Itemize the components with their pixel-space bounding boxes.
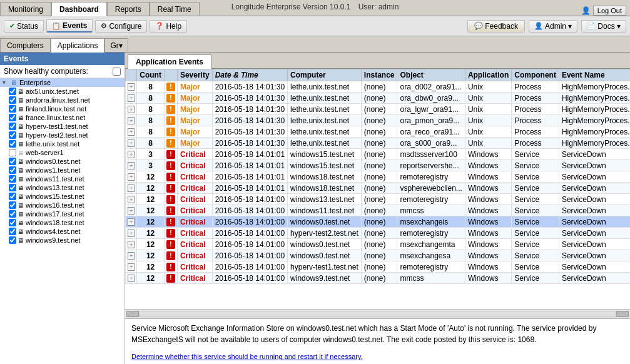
- tree-item-enterprise[interactable]: ▼ 🖥 Enterprise: [0, 78, 124, 87]
- checkbox-windows11[interactable]: [9, 175, 16, 183]
- tree-item-windows15[interactable]: 🖥 windows15.test.net: [0, 192, 124, 201]
- table-row[interactable]: + 12 ! Critical 2016-05-18 14:01:00 wind…: [126, 194, 631, 205]
- tree-item-andorra[interactable]: 🖥 andorra.linux.test.net: [0, 96, 124, 104]
- tab-realtime[interactable]: Real Time: [150, 2, 200, 16]
- checkbox-windows1[interactable]: [9, 166, 16, 174]
- tree-item-web-server1[interactable]: 🖥 web-server1: [0, 148, 124, 157]
- table-row[interactable]: + 8 ! Major 2016-05-18 14:01:30 lethe.un…: [126, 138, 631, 149]
- expand-btn[interactable]: +: [126, 81, 137, 93]
- table-row[interactable]: + 8 ! Major 2016-05-18 14:01:30 lethe.un…: [126, 104, 631, 115]
- tab-groups[interactable]: Gr▾: [104, 38, 128, 52]
- col-eventname: Event Name: [559, 69, 630, 81]
- tree-item-windows16[interactable]: 🖥 windows16.test.net: [0, 201, 124, 210]
- table-row[interactable]: + 12 ! Critical 2016-05-18 14:01:01 wind…: [126, 183, 631, 194]
- expand-btn[interactable]: +: [126, 216, 137, 228]
- checkbox-windows16[interactable]: [9, 201, 16, 209]
- computer-icon-france: 🖥: [18, 114, 24, 121]
- table-row[interactable]: + 3 ! Critical 2016-05-18 14:01:01 windo…: [126, 160, 631, 171]
- expand-btn[interactable]: +: [126, 273, 137, 284]
- tab-dashboard[interactable]: Dashboard: [51, 2, 107, 16]
- table-row[interactable]: + 8 ! Major 2016-05-18 14:01:30 lethe.un…: [126, 81, 631, 93]
- checkbox-finland[interactable]: [9, 105, 16, 113]
- computer-icon-finland: 🖥: [18, 106, 24, 113]
- configure-button[interactable]: ⚙ Configure: [95, 20, 147, 33]
- checkbox-france[interactable]: [9, 114, 16, 121]
- checkbox-hyperv1[interactable]: [9, 123, 16, 130]
- checkbox-windows13[interactable]: [9, 184, 16, 191]
- tree-item-finland[interactable]: 🖥 finland.linux.test.net: [0, 104, 124, 113]
- table-row[interactable]: + 8 ! Major 2016-05-18 14:01:30 lethe.un…: [126, 126, 631, 138]
- help-button[interactable]: ❓ Help: [150, 20, 187, 33]
- show-healthy-checkbox[interactable]: [113, 68, 121, 76]
- computer-icon-w11: 🖥: [18, 176, 24, 183]
- expand-btn[interactable]: +: [126, 115, 137, 126]
- col-computer: Computer: [288, 69, 362, 81]
- expand-btn[interactable]: +: [126, 183, 137, 194]
- feedback-button[interactable]: 💬 Feedback: [467, 20, 525, 33]
- table-row[interactable]: + 12 ! Critical 2016-05-18 14:01:00 hype…: [126, 228, 631, 239]
- tab-computers[interactable]: Computers: [0, 38, 51, 52]
- checkbox-windows4[interactable]: [9, 228, 16, 235]
- tree-item-windows0[interactable]: 🖥 windows0.test.net: [0, 157, 124, 166]
- bottom-link[interactable]: Determine whether this service should be…: [131, 353, 363, 360]
- tree-item-windows1[interactable]: 🖥 windows1.test.net: [0, 166, 124, 174]
- checkbox-andorra[interactable]: [9, 96, 16, 104]
- admin-button[interactable]: 👤 Admin ▾: [529, 20, 577, 33]
- table-row[interactable]: + 3 ! Critical 2016-05-18 14:01:01 windo…: [126, 149, 631, 160]
- checkbox-windows9[interactable]: [9, 236, 16, 244]
- tree-item-windows18[interactable]: 🖥 windows18.test.net: [0, 218, 124, 227]
- checkbox-windows18[interactable]: [9, 219, 16, 226]
- table-row[interactable]: + 12 ! Critical 2016-05-18 14:01:00 wind…: [126, 273, 631, 284]
- status-button[interactable]: ✔ Status: [4, 20, 44, 33]
- tab-applications[interactable]: Applications: [51, 38, 105, 53]
- expand-btn[interactable]: +: [126, 104, 137, 115]
- expand-btn[interactable]: +: [126, 194, 137, 205]
- expand-btn[interactable]: +: [126, 171, 137, 183]
- bottom-panel: Service Microsoft Exchange Information S…: [125, 318, 630, 364]
- table-row[interactable]: + 12 ! Critical 2016-05-18 14:01:01 wind…: [126, 171, 631, 183]
- tree-item-hyperv2[interactable]: 🖥 hyperv-test2.test.net: [0, 131, 124, 139]
- content-tab-application-events[interactable]: Application Events: [128, 54, 211, 69]
- events-table-container[interactable]: Count Severity Date & Time Computer Inst…: [125, 69, 630, 309]
- table-row[interactable]: + 12 ! Critical 2016-05-18 14:01:00 wind…: [126, 239, 631, 250]
- expand-btn[interactable]: +: [126, 228, 137, 239]
- docs-button[interactable]: 📄 Docs ▾: [581, 20, 626, 33]
- tree-item-france[interactable]: 🖥 france.linux.test.net: [0, 113, 124, 122]
- checkbox-windows15[interactable]: [9, 193, 16, 200]
- checkbox-windows17[interactable]: [9, 210, 16, 218]
- tree-item-windows9[interactable]: 🖥 windows9.test.net: [0, 236, 124, 245]
- table-row[interactable]: + 12 ! Critical 2016-05-18 14:01:00 wind…: [126, 216, 631, 228]
- expand-btn[interactable]: +: [126, 239, 137, 250]
- logout-button[interactable]: Log Out: [593, 6, 626, 16]
- tree-item-windows13[interactable]: 🖥 windows13.test.net: [0, 183, 124, 192]
- expand-btn[interactable]: +: [126, 149, 137, 160]
- checkbox-lethe[interactable]: [9, 140, 16, 148]
- expand-btn[interactable]: +: [126, 160, 137, 171]
- expand-btn[interactable]: +: [126, 205, 137, 216]
- table-row[interactable]: + 12 ! Critical 2016-05-18 14:01:00 wind…: [126, 205, 631, 216]
- expand-btn[interactable]: +: [126, 138, 137, 149]
- table-row[interactable]: + 8 ! Major 2016-05-18 14:01:30 lethe.un…: [126, 93, 631, 104]
- checkbox-aix5l[interactable]: [9, 88, 16, 95]
- tab-reports[interactable]: Reports: [107, 2, 150, 16]
- expand-btn[interactable]: +: [126, 93, 137, 104]
- expand-btn[interactable]: +: [126, 250, 137, 261]
- table-row[interactable]: + 12 ! Critical 2016-05-18 14:01:00 wind…: [126, 250, 631, 261]
- table-row[interactable]: + 12 ! Critical 2016-05-18 14:01:00 hype…: [126, 261, 631, 273]
- checkbox-web-server1[interactable]: [9, 149, 16, 156]
- events-button[interactable]: 📋 Events: [46, 19, 93, 33]
- table-row[interactable]: + 8 ! Major 2016-05-18 14:01:30 lethe.un…: [126, 115, 631, 126]
- tree-item-aix5l[interactable]: 🖥 aix5l.unix.test.net: [0, 87, 124, 96]
- admin-icon: 👤: [534, 22, 543, 30]
- tree-item-windows11[interactable]: 🖥 windows11.test.net: [0, 174, 124, 183]
- checkbox-hyperv2[interactable]: [9, 131, 16, 139]
- tree-item-hyperv1[interactable]: 🖥 hyperv-test1.test.net: [0, 122, 124, 131]
- expand-btn[interactable]: +: [126, 261, 137, 273]
- tab-monitoring[interactable]: Monitoring: [0, 2, 51, 16]
- tree-item-windows17[interactable]: 🖥 windows17.test.net: [0, 210, 124, 218]
- checkbox-windows0[interactable]: [9, 158, 16, 165]
- tree-item-windows4[interactable]: 🖥 windows4.test.net: [0, 227, 124, 236]
- expand-btn[interactable]: +: [126, 126, 137, 138]
- computer-icon-w15: 🖥: [18, 193, 24, 200]
- tree-item-lethe[interactable]: 🖥 lethe.unix.test.net: [0, 139, 124, 148]
